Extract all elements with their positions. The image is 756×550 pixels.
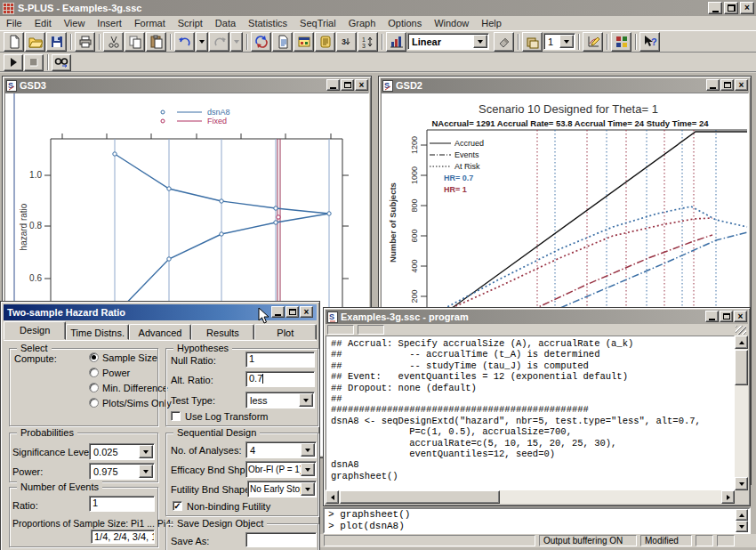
commands-window[interactable]: > graphsheet() > plot(dsnA8): [323, 507, 751, 534]
menu-options[interactable]: Options: [382, 17, 428, 29]
radio-power[interactable]: [89, 368, 99, 377]
pane-resize-grip[interactable]: [736, 326, 746, 335]
scroll-right-button[interactable]: [721, 490, 735, 504]
find-button[interactable]: [52, 54, 71, 71]
hscroll-thumb[interactable]: [340, 490, 500, 504]
efficacy-bnd-shp-select[interactable]: Obr-Fl (P = 1): [245, 461, 317, 478]
menu-help[interactable]: Help: [475, 17, 508, 29]
page-number-select[interactable]: 1: [543, 33, 575, 50]
menu-seqtrial[interactable]: SeqTrial: [294, 17, 342, 29]
radio-plots-sims-only[interactable]: [89, 398, 99, 408]
significance-level-dropdown[interactable]: [139, 445, 153, 458]
program-hscrollbar[interactable]: [326, 490, 735, 504]
scroll-up-button[interactable]: [735, 336, 748, 349]
non-binding-futility-checkbox[interactable]: ✓: [173, 501, 182, 511]
page-number-dropdown[interactable]: [559, 35, 574, 48]
gsd3-titlebar[interactable]: S GSD3 ×: [4, 78, 369, 93]
close-button[interactable]: ×: [740, 2, 754, 14]
power-select[interactable]: 0.975: [89, 463, 155, 480]
curve-fit-select[interactable]: Linear: [407, 33, 489, 50]
redo-button[interactable]: [209, 32, 229, 52]
curve-fit-dropdown[interactable]: [473, 35, 487, 48]
cut-button[interactable]: [103, 32, 124, 52]
sync-button[interactable]: [251, 32, 271, 52]
menu-window[interactable]: Window: [428, 17, 475, 29]
gsd3-minimize-button[interactable]: [326, 79, 340, 91]
menu-statistics[interactable]: Statistics: [242, 17, 294, 29]
context-help-button[interactable]: ?: [639, 32, 660, 52]
menu-graph[interactable]: Graph: [342, 17, 382, 29]
gsd2-close-button[interactable]: ×: [735, 79, 748, 91]
menu-data[interactable]: Data: [209, 17, 242, 29]
gsd3-maximize-button[interactable]: [341, 79, 354, 91]
proportions-input[interactable]: 1/4, 2/4, 3/4, 1: [91, 530, 155, 544]
print-button[interactable]: [75, 32, 95, 52]
alt-ratio-input[interactable]: 0.7: [245, 371, 315, 387]
program-minimize-button[interactable]: [705, 311, 719, 322]
stop-button[interactable]: [24, 54, 44, 71]
eraser-button[interactable]: [494, 32, 514, 52]
page-button[interactable]: [522, 32, 543, 52]
menu-file[interactable]: File: [0, 17, 28, 29]
menu-edit[interactable]: Edit: [28, 17, 58, 29]
menu-format[interactable]: Format: [128, 17, 172, 29]
tab-time-distns[interactable]: Time Distns.: [66, 324, 128, 340]
no-of-analyses-select[interactable]: 4: [245, 441, 317, 458]
open-button[interactable]: [25, 32, 45, 52]
minimize-button[interactable]: [708, 2, 722, 14]
run-button[interactable]: [4, 54, 23, 71]
copy-button[interactable]: [125, 32, 145, 52]
scroll-left-button[interactable]: [326, 490, 339, 504]
conditioning-button[interactable]: [611, 32, 631, 52]
test-type-select[interactable]: less: [245, 392, 315, 408]
program-titlebar[interactable]: S Examples-3g.ssc - program ×: [326, 310, 748, 324]
sort-button[interactable]: 13: [358, 32, 378, 52]
dimensions-button[interactable]: 3: [336, 32, 357, 52]
dialog-minimize-button[interactable]: [271, 306, 285, 318]
restore-button[interactable]: [724, 2, 738, 14]
radio-min-difference[interactable]: [89, 383, 99, 392]
gsd2-maximize-button[interactable]: [720, 79, 734, 91]
command-vscrollbar[interactable]: [736, 509, 749, 532]
graph-tools-button[interactable]: [583, 32, 603, 52]
scroll-down-button[interactable]: [736, 521, 748, 532]
new-button[interactable]: [4, 32, 24, 52]
vscroll-thumb[interactable]: [735, 350, 748, 385]
gsd3-close-button[interactable]: ×: [355, 79, 368, 91]
program-maximize-button[interactable]: [720, 311, 733, 322]
new-script-button[interactable]: [272, 32, 293, 52]
null-ratio-input[interactable]: 1: [245, 352, 315, 368]
object-explorer-button[interactable]: [294, 32, 314, 52]
dialog-maximize-button[interactable]: [286, 306, 299, 318]
scroll-up-button[interactable]: [736, 509, 748, 521]
program-vscrollbar[interactable]: [735, 336, 748, 490]
tab-design[interactable]: Design: [4, 321, 66, 340]
tab-advanced[interactable]: Advanced: [129, 324, 191, 340]
menu-script[interactable]: Script: [172, 17, 209, 29]
gsd2-minimize-button[interactable]: [706, 79, 720, 91]
save-as-input[interactable]: [245, 532, 317, 547]
history-button[interactable]: [315, 32, 335, 52]
gsd2-titlebar[interactable]: S GSD2 ×: [381, 78, 749, 93]
dialog-close-button[interactable]: ×: [300, 306, 313, 318]
use-log-transform-checkbox[interactable]: [171, 411, 181, 421]
test-type-dropdown[interactable]: [299, 393, 313, 407]
save-button[interactable]: [46, 32, 67, 52]
graphsheet-button[interactable]: [386, 32, 406, 52]
power-dropdown[interactable]: [139, 465, 153, 478]
program-code-editor[interactable]: ## Accrual: Specify accrualSize (A), acc…: [326, 336, 735, 490]
paste-button[interactable]: [146, 32, 166, 52]
undo-button[interactable]: [174, 32, 195, 52]
menu-view[interactable]: View: [58, 17, 92, 29]
radio-sample-size[interactable]: [89, 352, 99, 362]
no-of-analyses-dropdown[interactable]: [301, 443, 315, 457]
futility-bnd-shape-select[interactable]: No Early Stoppi: [247, 481, 317, 497]
redo-dropdown-button[interactable]: [230, 32, 243, 52]
tab-results[interactable]: Results: [191, 324, 253, 340]
menu-insert[interactable]: Insert: [91, 17, 128, 29]
futility-bnd-shape-dropdown[interactable]: [301, 482, 315, 496]
efficacy-bnd-shp-dropdown[interactable]: [301, 463, 315, 476]
program-close-button[interactable]: ×: [734, 311, 747, 322]
tab-plot[interactable]: Plot: [254, 324, 317, 340]
events-ratio-input[interactable]: 1: [89, 496, 155, 512]
